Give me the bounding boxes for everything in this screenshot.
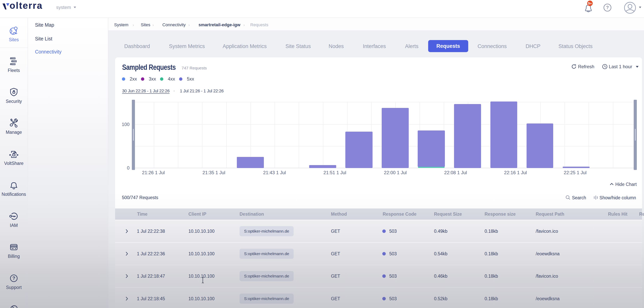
svg-text:21:35 1 Jul: 21:35 1 Jul: [202, 170, 225, 175]
svg-text:?: ?: [606, 5, 609, 10]
svg-text:21:43 1 Jul: 21:43 1 Jul: [263, 170, 286, 175]
svg-text:100: 100: [122, 122, 130, 127]
svg-text:0: 0: [127, 165, 130, 170]
svg-text:9+: 9+: [588, 2, 592, 6]
svg-text:21:51 1 Jul: 21:51 1 Jul: [323, 170, 346, 175]
svg-text:?: ?: [12, 276, 15, 281]
svg-text:22:08 1 Jul: 22:08 1 Jul: [444, 170, 467, 175]
svg-text:22:25 1 Jul: 22:25 1 Jul: [564, 170, 586, 175]
svg-text:22:16 1 Jul: 22:16 1 Jul: [504, 170, 527, 175]
svg-text:22:00 1 Jul: 22:00 1 Jul: [384, 170, 406, 175]
svg-text:21:26 1 Jul: 21:26 1 Jul: [142, 170, 165, 175]
